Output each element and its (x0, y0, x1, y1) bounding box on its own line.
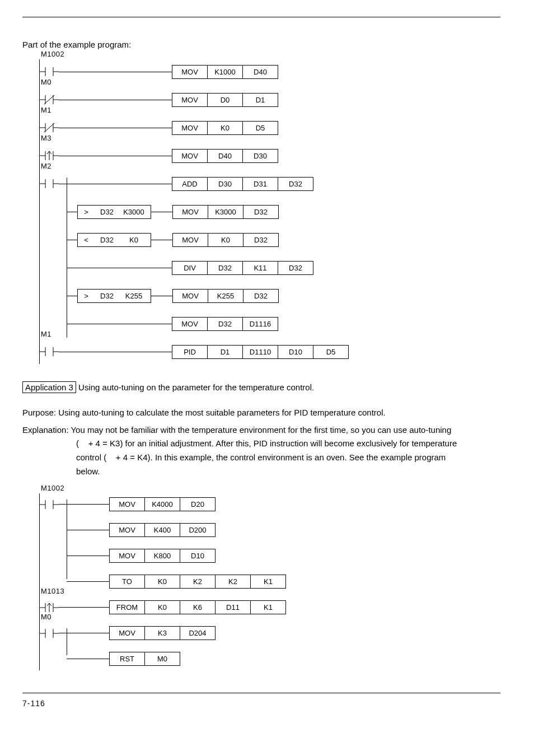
instruction-block: RST M0 (109, 652, 180, 666)
contact-nc-icon (40, 94, 59, 106)
contact-nc-icon (40, 122, 59, 134)
intro-text: Part of the example program: (22, 40, 500, 49)
svg-line-8 (44, 95, 54, 104)
instruction-block: MOV K4000 D20 (109, 497, 216, 511)
explanation-body-2: control ( + 4 = K4). In this example, th… (76, 451, 500, 465)
contact-label: M2 (41, 162, 51, 170)
contact-label: M0 (41, 78, 51, 86)
instruction-block: MOV D32 D1116 (172, 317, 278, 331)
explanation-head: Explanation: You may not be familiar wit… (22, 423, 500, 437)
svg-line-38 (47, 603, 49, 606)
instruction-block: MOV K3 D204 (109, 626, 216, 640)
instruction-block: DIV D32 K11 D32 (172, 261, 313, 275)
contact-no-icon (40, 66, 59, 78)
instruction-block: MOV K255 D32 (172, 289, 279, 303)
contact-label: M1 (41, 106, 51, 114)
svg-line-13 (44, 123, 54, 132)
contact-pulse-icon (40, 601, 59, 614)
instruction-block: PID D1 D1110 D10 D5 (172, 345, 349, 359)
page-number: 7-116 (22, 699, 500, 708)
contact-label: M1 (41, 330, 51, 338)
instruction-block: MOV D0 D1 (172, 93, 278, 107)
contact-no-icon (40, 346, 59, 358)
contact-label: M1002 (41, 50, 64, 58)
explanation-body-3: below. (76, 465, 500, 479)
ladder-diagram-1: M1002 MOV K1000 D40 M0 MOV D0 (39, 59, 387, 364)
svg-line-39 (49, 603, 51, 606)
contact-no-icon (40, 627, 59, 640)
contact-label: M1002 (41, 484, 64, 492)
compare-block: > D32 K255 (77, 289, 151, 303)
contact-no-icon (40, 498, 59, 511)
instruction-block: MOV K1000 D40 (172, 65, 278, 79)
svg-line-20 (49, 151, 51, 154)
instruction-block: MOV K3000 D32 (172, 205, 279, 219)
instruction-block: MOV K400 D200 (109, 523, 216, 537)
compare-block: < D32 K0 (77, 233, 151, 247)
svg-line-19 (47, 151, 49, 154)
contact-label: M0 (41, 613, 51, 621)
instruction-block: ADD D30 D31 D32 (172, 177, 313, 191)
ladder-diagram-2: M1002 MOV K4000 D20 MOV K400 D200 (39, 493, 353, 670)
instruction-block: MOV K0 D5 (172, 121, 278, 135)
instruction-block: TO K0 K2 K2 K1 (109, 575, 286, 589)
contact-pulse-icon (40, 150, 59, 162)
instruction-block: MOV D40 D30 (172, 149, 278, 163)
contact-label: M1013 (41, 587, 64, 595)
instruction-block: MOV K0 D32 (172, 233, 279, 247)
compare-block: > D32 K3000 (77, 205, 151, 219)
purpose-text: Purpose: Using auto-tuning to calculate … (22, 406, 500, 420)
explanation-body-1: ( + 4 = K3) for an initial adjustment. A… (76, 437, 500, 451)
instruction-block: FROM K0 K6 D11 K1 (109, 600, 286, 614)
contact-no-icon (40, 178, 59, 190)
instruction-block: MOV K800 D10 (109, 549, 216, 563)
contact-label: M3 (41, 134, 51, 142)
application-3-box: Application 3 (22, 381, 76, 393)
application-3-text: Using auto-tuning on the parameter for t… (76, 382, 314, 392)
